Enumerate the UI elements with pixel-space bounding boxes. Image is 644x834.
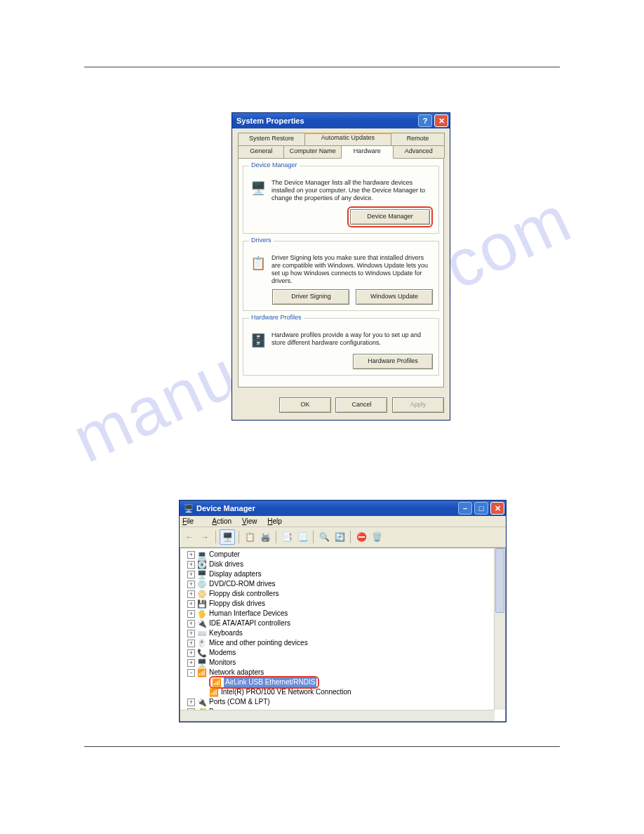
- group-text: Hardware profiles provide a way for you …: [271, 331, 433, 350]
- tab-hardware[interactable]: Hardware: [341, 145, 394, 159]
- device-manager-window: 🖥️ Device Manager – □ ✕ File Action View…: [179, 500, 507, 722]
- group-legend: Drivers: [249, 237, 274, 244]
- tree-node[interactable]: +🖐️Human Interface Devices: [183, 609, 504, 618]
- tree-node[interactable]: 📶Intel(R) PRO/100 VE Network Connection: [183, 687, 504, 697]
- node-icon: 🖐️: [197, 609, 207, 618]
- node-icon: 💿: [197, 580, 207, 588]
- tree-node[interactable]: +🔌IDE ATA/ATAPI controllers: [183, 618, 504, 628]
- tab-computer-name[interactable]: Computer Name: [283, 145, 342, 158]
- separator: [350, 531, 351, 543]
- node-label: Computer: [209, 550, 240, 560]
- group-device-manager: Device Manager 🖥️ The Device Manager lis…: [243, 166, 439, 234]
- expand-icon[interactable]: +: [187, 620, 195, 628]
- node-icon: 📶: [209, 688, 219, 696]
- expand-icon[interactable]: +: [187, 649, 195, 657]
- device-tree[interactable]: +💻Computer+💽Disk drives+🖥️Display adapte…: [180, 548, 505, 722]
- disable-icon[interactable]: ⛔: [354, 530, 368, 544]
- menu-help[interactable]: Help: [267, 517, 282, 525]
- expand-icon[interactable]: +: [187, 571, 195, 578]
- tab-system-restore[interactable]: System Restore: [238, 133, 305, 145]
- expand-icon[interactable]: +: [187, 600, 195, 608]
- tree-node[interactable]: +📀Floppy disk controllers: [183, 589, 504, 599]
- expand-icon[interactable]: +: [187, 640, 195, 647]
- tabpage-hardware: Device Manager 🖥️ The Device Manager lis…: [238, 158, 444, 388]
- tree-node[interactable]: +💾Floppy disk drives: [183, 599, 504, 609]
- tree-node[interactable]: +💿DVD/CD-ROM drives: [183, 579, 504, 589]
- tree-node[interactable]: 📶AirLink USB Ethernet/RNDIS: [183, 677, 504, 687]
- close-button[interactable]: ✕: [490, 502, 504, 515]
- node-icon: 💻: [197, 550, 207, 559]
- group-legend: Hardware Profiles: [249, 314, 304, 321]
- tab-general[interactable]: General: [238, 145, 284, 158]
- tree-node[interactable]: +💻Computer: [183, 550, 504, 560]
- collapse-icon[interactable]: -: [187, 669, 195, 677]
- hardware-profiles-icon: 🗄️: [249, 331, 267, 350]
- expand-icon[interactable]: +: [187, 581, 195, 588]
- tab-remote[interactable]: Remote: [391, 133, 445, 145]
- node-label: AirLink USB Ethernet/RNDIS: [224, 677, 316, 687]
- windows-update-button[interactable]: Windows Update: [356, 289, 433, 305]
- scrollbar-vertical[interactable]: [494, 548, 505, 710]
- maximize-button[interactable]: □: [474, 502, 488, 515]
- titlebar-devmgr[interactable]: 🖥️ Device Manager – □ ✕: [180, 501, 506, 516]
- node-label: Ports (COM & LPT): [209, 697, 270, 707]
- expand-icon[interactable]: +: [187, 561, 195, 569]
- node-label: Human Interface Devices: [209, 609, 288, 618]
- menu-view[interactable]: View: [242, 517, 257, 525]
- ok-button[interactable]: OK: [279, 397, 331, 413]
- cancel-button[interactable]: Cancel: [335, 397, 387, 413]
- tree-node[interactable]: +🖥️Monitors: [183, 658, 504, 668]
- tree-node[interactable]: +🖥️Display adapters: [183, 569, 504, 579]
- node-label: IDE ATA/ATAPI controllers: [209, 618, 290, 628]
- uninstall-icon[interactable]: 🗑️: [370, 530, 384, 544]
- scan-icon[interactable]: 🔍: [317, 530, 331, 544]
- tree-node[interactable]: +📞Modems: [183, 648, 504, 658]
- apply-button[interactable]: Apply: [392, 397, 444, 413]
- hardware-profiles-button[interactable]: Hardware Profiles: [353, 354, 433, 369]
- expand-icon[interactable]: +: [187, 659, 195, 667]
- menubar[interactable]: File Action View Help: [180, 516, 506, 527]
- expand-icon[interactable]: +: [187, 630, 195, 637]
- tree-node[interactable]: +⌨️Keyboards: [183, 628, 504, 638]
- titlebar-title: Device Manager: [196, 504, 255, 512]
- node-label: Disk drives: [209, 560, 243, 569]
- details-icon[interactable]: 📃: [295, 530, 309, 544]
- menu-file[interactable]: File: [182, 517, 202, 525]
- expand-icon[interactable]: +: [187, 551, 195, 559]
- device-manager-icon: 🖥️: [249, 179, 267, 197]
- node-icon: 🔌: [197, 619, 207, 628]
- separator: [313, 531, 314, 543]
- properties-icon[interactable]: 📋: [243, 530, 257, 544]
- separator: [239, 531, 239, 543]
- tree-node[interactable]: +🔌Ports (COM & LPT): [183, 697, 504, 707]
- minimize-button[interactable]: –: [458, 502, 472, 515]
- tab-automatic-updates[interactable]: Automatic Updates: [304, 133, 391, 145]
- close-button[interactable]: ✕: [434, 114, 448, 127]
- device-manager-button[interactable]: Device Manager: [350, 209, 430, 225]
- menu-action[interactable]: Action: [212, 517, 232, 525]
- node-label: Monitors: [209, 658, 236, 668]
- node-icon: 📞: [197, 649, 207, 657]
- scrollbar-horizontal[interactable]: [180, 710, 495, 721]
- print-icon[interactable]: 🖨️: [258, 530, 272, 544]
- expand-icon[interactable]: +: [187, 699, 195, 706]
- tree-view-icon[interactable]: 📑: [280, 530, 294, 544]
- separator: [215, 531, 216, 543]
- forward-icon[interactable]: →: [198, 530, 212, 544]
- refresh-icon[interactable]: 🔄: [333, 530, 347, 544]
- group-legend: Device Manager: [249, 161, 300, 168]
- group-hardware-profiles: Hardware Profiles 🗄️ Hardware profiles p…: [243, 318, 439, 376]
- node-icon: 📀: [197, 590, 207, 598]
- tab-advanced[interactable]: Advanced: [393, 145, 445, 158]
- driver-signing-button[interactable]: Driver Signing: [272, 289, 349, 305]
- separator: [276, 531, 276, 543]
- expand-icon[interactable]: +: [187, 590, 195, 598]
- back-icon[interactable]: ←: [182, 530, 196, 544]
- titlebar-sysprop[interactable]: System Properties ? ✕: [232, 113, 450, 128]
- system-properties-window: System Properties ? ✕ System Restore Aut…: [232, 112, 450, 421]
- tree-node[interactable]: +💽Disk drives: [183, 560, 504, 569]
- expand-icon[interactable]: +: [187, 610, 195, 618]
- help-button[interactable]: ?: [418, 114, 432, 127]
- computer-view-icon[interactable]: 🖥️: [220, 529, 235, 545]
- tree-node[interactable]: +🖱️Mice and other pointing devices: [183, 638, 504, 648]
